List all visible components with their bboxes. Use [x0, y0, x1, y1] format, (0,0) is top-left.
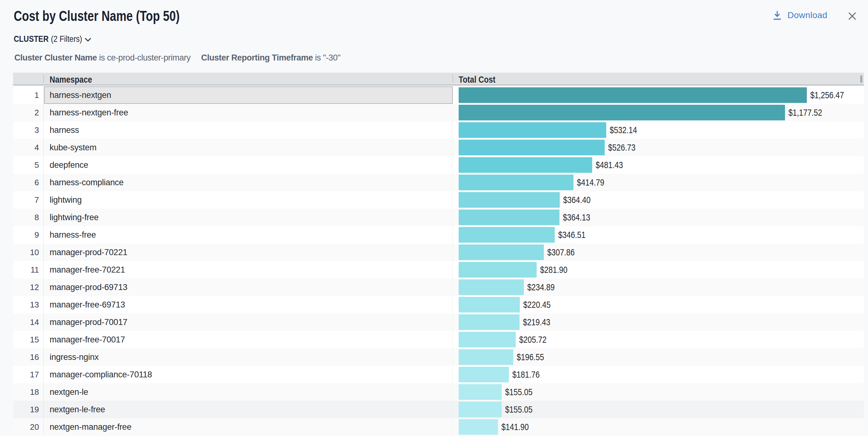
total-cost-cell[interactable]: $234.89	[453, 279, 864, 296]
namespace-cell[interactable]: nextgen-manager-free	[44, 418, 453, 436]
namespace-cell[interactable]: harness-nextgen	[44, 86, 453, 104]
row-rank: 1	[13, 86, 44, 104]
total-cost-cell[interactable]: $1,177.52	[453, 104, 864, 121]
row-rank: 10	[13, 244, 44, 261]
table-row[interactable]: 19nextgen-le-free$155.05	[13, 401, 864, 418]
total-cost-cell[interactable]: $220.45	[453, 296, 864, 313]
table-row[interactable]: 16ingress-nginx$196.55	[13, 348, 864, 366]
namespace-cell[interactable]: manager-prod-69713	[44, 279, 453, 296]
cost-value-label: $364.13	[563, 209, 590, 226]
cost-bar	[459, 122, 606, 138]
row-rank: 8	[13, 209, 44, 226]
filter-group-toggle[interactable]: CLUSTER (2 Filters)	[14, 34, 91, 44]
row-rank: 7	[13, 191, 44, 209]
table-row[interactable]: 7lightwing$364.40	[13, 191, 864, 209]
namespace-cell[interactable]: manager-free-69713	[44, 296, 453, 313]
cost-bar	[459, 245, 544, 260]
total-cost-cell[interactable]: $364.13	[453, 209, 864, 226]
cost-value-label: $234.89	[527, 279, 555, 296]
namespace-cell[interactable]: harness-nextgen-free	[44, 104, 453, 121]
total-cost-cell[interactable]: $307.86	[453, 244, 864, 261]
cost-bar	[459, 262, 537, 278]
table-row[interactable]: 4kube-system$526.73	[13, 139, 864, 156]
namespace-cell[interactable]: nextgen-le	[44, 383, 453, 401]
scrollbar-thumb[interactable]	[860, 75, 862, 83]
cost-bar	[459, 402, 502, 417]
row-rank: 6	[13, 174, 44, 191]
cost-value-label: $141.90	[501, 418, 529, 436]
row-rank: 5	[13, 156, 44, 174]
namespace-cell[interactable]: manager-prod-70017	[44, 313, 453, 331]
total-cost-cell[interactable]: $181.76	[453, 366, 864, 383]
total-cost-cell[interactable]: $141.90	[453, 418, 864, 436]
table-row[interactable]: 10manager-prod-70221$307.86	[13, 244, 864, 261]
table-row[interactable]: 20nextgen-manager-free$141.90	[13, 418, 864, 436]
table-row[interactable]: 12manager-prod-69713$234.89	[13, 279, 864, 296]
table-row[interactable]: 2harness-nextgen-free$1,177.52	[13, 104, 864, 121]
filter-group-label: CLUSTER	[14, 34, 49, 44]
namespace-cell[interactable]: harness-free	[44, 226, 453, 244]
total-cost-cell[interactable]: $532.14	[453, 121, 864, 139]
column-header-namespace[interactable]: Namespace	[50, 73, 92, 86]
cost-bar	[459, 192, 560, 208]
row-rank: 18	[13, 383, 44, 401]
namespace-cell[interactable]: kube-system	[44, 139, 453, 156]
namespace-cell[interactable]: manager-prod-70221	[44, 244, 453, 261]
total-cost-cell[interactable]: $481.43	[453, 156, 864, 174]
namespace-cell[interactable]: lightwing	[44, 191, 453, 209]
close-button[interactable]	[848, 12, 856, 20]
table-row[interactable]: 11manager-free-70221$281.90	[13, 261, 864, 279]
total-cost-cell[interactable]: $155.05	[453, 383, 864, 401]
cost-bar	[459, 419, 498, 435]
table-row[interactable]: 5deepfence$481.43	[13, 156, 864, 174]
table-row[interactable]: 18nextgen-le$155.05	[13, 383, 864, 401]
namespace-cell[interactable]: deepfence	[44, 156, 453, 174]
total-cost-cell[interactable]: $364.40	[453, 191, 864, 209]
table-row[interactable]: 6harness-compliance$414.79	[13, 174, 864, 191]
namespace-cell[interactable]: ingress-nginx	[44, 348, 453, 366]
cost-bar	[459, 314, 520, 330]
cost-table: Namespace Total Cost 1harness-nextgen$1,…	[13, 73, 864, 436]
row-rank: 16	[13, 348, 44, 366]
total-cost-cell[interactable]: $196.55	[453, 348, 864, 366]
cost-bar	[459, 87, 807, 103]
row-rank: 15	[13, 331, 44, 348]
column-header-total-cost[interactable]: Total Cost	[459, 73, 495, 86]
column-divider	[453, 75, 453, 83]
table-row[interactable]: 13manager-free-69713$220.45	[13, 296, 864, 313]
cost-value-label: $181.76	[512, 366, 540, 383]
column-divider	[43, 75, 44, 83]
namespace-cell[interactable]: lightwing-free	[44, 209, 453, 226]
total-cost-cell[interactable]: $526.73	[453, 139, 864, 156]
total-cost-cell[interactable]: $414.79	[453, 174, 864, 191]
namespace-cell[interactable]: nextgen-le-free	[44, 401, 453, 418]
table-row[interactable]: 3harness$532.14	[13, 121, 864, 139]
chevron-down-icon	[85, 38, 91, 42]
row-rank: 11	[13, 261, 44, 279]
table-row[interactable]: 9harness-free$346.51	[13, 226, 864, 244]
total-cost-cell[interactable]: $205.72	[453, 331, 864, 348]
total-cost-cell[interactable]: $219.43	[453, 313, 864, 331]
table-row[interactable]: 17manager-compliance-70118$181.76	[13, 366, 864, 383]
cost-bar	[459, 105, 785, 120]
total-cost-cell[interactable]: $1,256.47	[453, 86, 864, 104]
namespace-cell[interactable]: harness	[44, 121, 453, 139]
table-row[interactable]: 8lightwing-free$364.13	[13, 209, 864, 226]
download-button[interactable]: Download	[773, 10, 828, 20]
total-cost-cell[interactable]: $155.05	[453, 401, 864, 418]
row-rank: 20	[13, 418, 44, 436]
table-row[interactable]: 14manager-prod-70017$219.43	[13, 313, 864, 331]
total-cost-cell[interactable]: $281.90	[453, 261, 864, 279]
total-cost-cell[interactable]: $346.51	[453, 226, 864, 244]
table-row[interactable]: 1harness-nextgen$1,256.47	[13, 86, 864, 104]
filter-chip: Cluster Cluster Name is ce-prod-cluster-…	[14, 53, 191, 63]
table-row[interactable]: 15manager-free-70017$205.72	[13, 331, 864, 348]
cost-bar	[459, 210, 559, 225]
filter-field: Cluster Reporting Timeframe	[201, 53, 313, 62]
namespace-cell[interactable]: manager-compliance-70118	[44, 366, 453, 383]
namespace-cell[interactable]: manager-free-70017	[44, 331, 453, 348]
filter-condition: is "-30"	[315, 53, 340, 62]
namespace-cell[interactable]: manager-free-70221	[44, 261, 453, 279]
download-label: Download	[787, 10, 828, 20]
namespace-cell[interactable]: harness-compliance	[44, 174, 453, 191]
